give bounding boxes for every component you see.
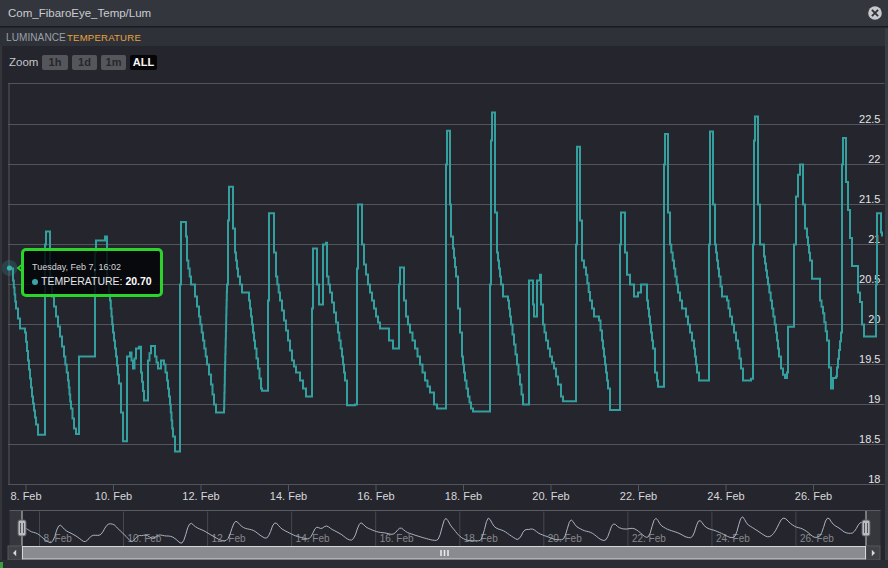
svg-text:10. Feb: 10. Feb — [95, 490, 132, 502]
svg-text:16. Feb: 16. Feb — [357, 490, 394, 502]
svg-text:19.5: 19.5 — [859, 353, 880, 365]
svg-text:12. Feb: 12. Feb — [182, 490, 219, 502]
svg-text:14. Feb: 14. Feb — [296, 533, 330, 544]
svg-text:18.5: 18.5 — [859, 433, 880, 445]
svg-text:24. Feb: 24. Feb — [707, 490, 744, 502]
svg-text:18: 18 — [868, 473, 880, 485]
svg-text:24. Feb: 24. Feb — [716, 533, 750, 544]
svg-text:21: 21 — [868, 233, 880, 245]
svg-text:18. Feb: 18. Feb — [445, 490, 482, 502]
svg-text:20: 20 — [868, 313, 880, 325]
svg-text:19: 19 — [868, 393, 880, 405]
svg-text:22: 22 — [868, 153, 880, 165]
svg-text:21.5: 21.5 — [859, 193, 880, 205]
svg-text:14. Feb: 14. Feb — [270, 490, 307, 502]
svg-text:22.5: 22.5 — [859, 113, 880, 125]
svg-text:8. Feb: 8. Feb — [44, 533, 73, 544]
svg-text:16. Feb: 16. Feb — [380, 533, 414, 544]
svg-text:20. Feb: 20. Feb — [532, 490, 569, 502]
svg-text:22. Feb: 22. Feb — [620, 490, 657, 502]
svg-text:26. Feb: 26. Feb — [800, 533, 834, 544]
svg-text:10. Feb: 10. Feb — [128, 533, 162, 544]
svg-text:8. Feb: 8. Feb — [10, 490, 41, 502]
svg-text:26. Feb: 26. Feb — [795, 490, 832, 502]
